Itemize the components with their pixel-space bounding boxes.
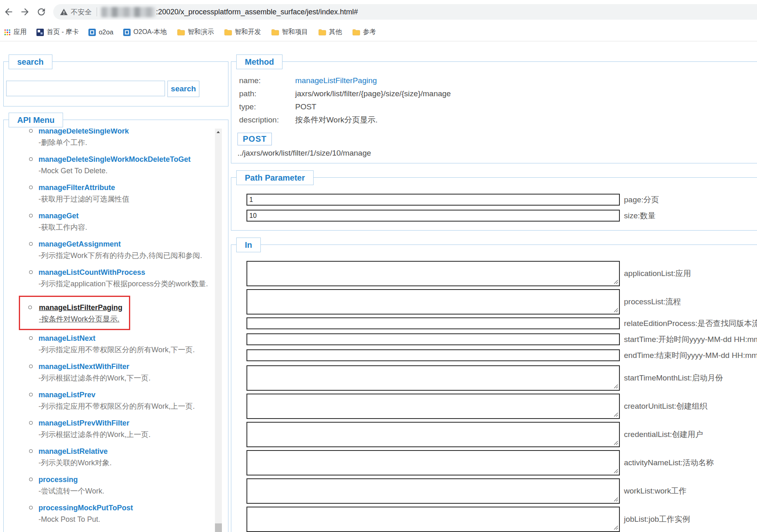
bookmark-item[interactable]: 智和演示 <box>177 28 214 36</box>
scroll-up-button[interactable] <box>215 129 222 136</box>
path-parameter-panel: Path Parameter page:分页 size:数量 <box>231 177 757 231</box>
bookmark-item[interactable]: O2OA-本地 <box>123 28 167 36</box>
resize-grip-icon[interactable] <box>613 440 618 445</box>
in-field-input[interactable] <box>246 333 620 345</box>
bookmark-label: o2oa <box>99 29 113 36</box>
bookmark-item[interactable]: 其他 <box>318 28 342 36</box>
api-method-item: manageGetAssignment -列示指定Work下所有的待办已办,待阅… <box>9 239 215 261</box>
api-method-link[interactable]: processingMockPutToPost <box>38 503 215 513</box>
in-field-label: applicationList:应用 <box>624 268 691 279</box>
api-method-item: processingMockPutToPost -Mock Post To Pu… <box>9 503 215 525</box>
folder-icon <box>318 29 326 36</box>
api-method-link[interactable]: processing <box>38 475 215 484</box>
forward-button[interactable] <box>20 7 30 17</box>
api-method-item: manageListNext -列示指定应用不带权限区分的所有Work,下一页. <box>9 333 215 355</box>
path-parameter-legend: Path Parameter <box>236 170 314 185</box>
search-panel: search search <box>3 61 228 106</box>
resize-grip-icon[interactable] <box>613 497 618 502</box>
scrollbar[interactable] <box>215 129 222 532</box>
in-field-textarea[interactable] <box>246 289 620 315</box>
api-method-link[interactable]: manageListPrevWithFilter <box>38 418 215 428</box>
api-method-link[interactable]: manageDeleteSingleWork <box>38 129 215 136</box>
bookmark-item[interactable]: 智和项目 <box>271 28 308 36</box>
api-method-link[interactable]: manageFilterAttribute <box>38 183 215 192</box>
resize-grip-icon[interactable] <box>613 279 618 284</box>
api-method-link[interactable]: manageListPrev <box>38 390 215 400</box>
in-legend: In <box>236 238 261 252</box>
api-method-link[interactable]: manageListRelative <box>38 446 215 456</box>
bookmark-item[interactable]: 首页 - 摩卡 <box>36 28 79 36</box>
resize-grip-icon[interactable] <box>613 384 618 389</box>
in-field-textarea[interactable] <box>246 450 620 475</box>
in-field-textarea[interactable] <box>246 261 620 286</box>
in-field-textarea[interactable] <box>246 365 620 391</box>
in-field-input[interactable] <box>246 317 620 329</box>
bookmark-item[interactable]: 智和开发 <box>224 28 261 36</box>
resize-grip-icon[interactable] <box>613 469 618 473</box>
reload-button[interactable] <box>36 7 47 17</box>
method-row: name: manageListFilterPaging <box>239 76 451 86</box>
resize-grip-icon[interactable] <box>613 308 618 312</box>
in-field-row: activityNameList:活动名称 <box>246 450 757 475</box>
api-menu-panel: API Menu manageDeleteSingleWork -删除单个工作.… <box>3 120 228 532</box>
bookmark-item[interactable]: 参考 <box>352 28 376 36</box>
in-field-row: workList:work工作 <box>246 478 757 504</box>
bookmark-label: 应用 <box>14 28 27 36</box>
api-method-description: -列示指定应用不带权限区分的所有Work,上一页. <box>38 401 215 412</box>
api-method-list: manageDeleteSingleWork -删除单个工作. manageDe… <box>9 129 215 525</box>
bookmark-item[interactable]: 应用 <box>4 28 27 36</box>
in-field-row: credentialList:创建用户 <box>246 422 757 447</box>
api-method-link[interactable]: manageListNextWithFilter <box>38 362 215 371</box>
api-method-link[interactable]: manageListFilterPaging <box>39 303 122 312</box>
method-row: type: POST <box>239 102 451 112</box>
in-field-textarea[interactable] <box>246 394 620 419</box>
resize-grip-icon[interactable] <box>613 525 618 530</box>
bookmark-label: 智和开发 <box>235 28 261 36</box>
method-row-label: description: <box>239 115 295 125</box>
bookmark-item[interactable]: o2oa <box>88 29 113 36</box>
in-field-label: processList:流程 <box>624 297 681 307</box>
api-method-description: -列示根据过滤条件的Work,下一页. <box>38 372 215 384</box>
path-parameter-row: size:数量 <box>246 210 659 222</box>
path-parameter-input[interactable] <box>246 210 620 222</box>
api-method-link[interactable]: manageDeleteSingleWorkMockDeleteToGet <box>38 154 215 164</box>
resize-grip-icon[interactable] <box>613 412 618 417</box>
in-field-label: workList:work工作 <box>624 486 687 496</box>
search-button[interactable]: search <box>167 81 199 97</box>
in-field-row: startTimeMonthList:启动月份 <box>246 365 757 391</box>
in-field-textarea[interactable] <box>246 507 620 532</box>
in-field-rows: applicationList:应用 processList:流程 r <box>246 261 757 532</box>
method-row-value: manageListFilterPaging <box>295 76 377 86</box>
in-field-row: relateEditionProcess:是否查找同版本流程 <box>246 317 757 329</box>
search-input[interactable] <box>6 81 165 96</box>
api-method-link[interactable]: manageListNext <box>38 333 215 343</box>
o2oa-favicon <box>88 29 96 36</box>
in-field-textarea[interactable] <box>246 422 620 447</box>
path-parameter-label: size:数量 <box>624 211 655 221</box>
api-method-item: manageGet -获取工作内容. <box>9 211 215 233</box>
api-method-description: -列示关联的Work对象. <box>38 457 215 469</box>
post-execute-button[interactable]: POST <box>237 133 272 145</box>
api-menu-legend: API Menu <box>9 113 63 127</box>
api-method-description: -Mock Post To Put. <box>38 514 215 525</box>
scrollbar-thumb[interactable] <box>215 523 222 532</box>
bookmark-label: 智和演示 <box>188 28 214 36</box>
back-button[interactable] <box>3 7 14 17</box>
in-field-input[interactable] <box>246 349 620 361</box>
method-panel: Method name: manageListFilterPaging path… <box>231 61 757 163</box>
path-parameter-row: page:分页 <box>246 194 659 206</box>
in-field-row: creatorUnitList:创建组织 <box>246 394 757 419</box>
method-row-value: jaxrs/work/list/filter/{page}/size/{size… <box>295 89 451 99</box>
address-bar[interactable]: 不安全 :20020/x_processplatform_assemble_su… <box>53 4 757 20</box>
api-method-link[interactable]: manageListCountWithProcess <box>38 267 215 277</box>
api-method-link[interactable]: manageGetAssignment <box>38 239 215 249</box>
api-method-item: manageListNextWithFilter -列示根据过滤条件的Work,… <box>9 362 215 384</box>
method-row-label: path: <box>239 89 295 99</box>
api-method-link[interactable]: manageGet <box>38 211 215 221</box>
security-label: 不安全 <box>71 7 92 17</box>
path-parameter-input[interactable] <box>246 194 620 206</box>
in-field-textarea[interactable] <box>246 478 620 504</box>
in-field-row: jobList:job工作实例 <box>246 507 757 532</box>
method-rows: name: manageListFilterPaging path: jaxrs… <box>239 76 451 128</box>
in-field-label: activityNameList:活动名称 <box>624 457 714 468</box>
